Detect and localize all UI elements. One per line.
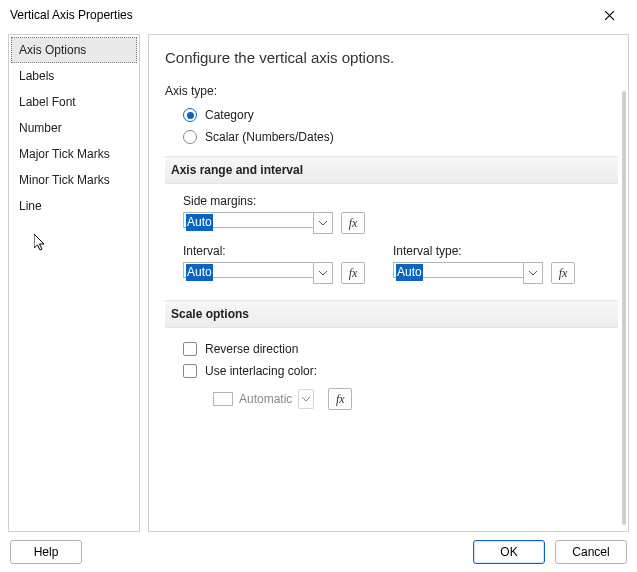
scrollbar[interactable]: [622, 91, 626, 525]
interval-dropdown[interactable]: [313, 262, 333, 284]
cancel-button[interactable]: Cancel: [555, 540, 627, 564]
checkbox-reverse-direction[interactable]: Reverse direction: [165, 338, 618, 360]
sidebar-item-label: Number: [19, 121, 62, 135]
sidebar-item-label: Minor Tick Marks: [19, 173, 110, 187]
sidebar-item-line[interactable]: Line: [11, 193, 137, 219]
window-title: Vertical Axis Properties: [10, 8, 133, 22]
checkbox-icon: [183, 364, 197, 378]
side-margins-label: Side margins:: [183, 194, 618, 208]
fx-button-interlace-color[interactable]: fx: [328, 388, 352, 410]
sidebar-item-number[interactable]: Number: [11, 115, 137, 141]
radio-icon: [183, 108, 197, 122]
sidebar-item-label: Axis Options: [19, 43, 86, 57]
fx-button-interval-type[interactable]: fx: [551, 262, 575, 284]
main-panel: Configure the vertical axis options. Axi…: [148, 34, 629, 532]
interlace-color-picker: Automatic fx: [165, 382, 618, 414]
axis-type-label: Axis type:: [165, 84, 618, 98]
side-margins-input[interactable]: [183, 212, 313, 228]
radio-icon: [183, 130, 197, 144]
radio-category[interactable]: Category: [165, 104, 618, 126]
interval-type-label: Interval type:: [393, 244, 575, 258]
section-scale-options: Scale options: [165, 300, 618, 328]
sidebar-item-label: Labels: [19, 69, 54, 83]
ok-button[interactable]: OK: [473, 540, 545, 564]
chevron-down-icon: [319, 271, 327, 276]
sidebar-item-label: Major Tick Marks: [19, 147, 110, 161]
checkbox-label: Use interlacing color:: [205, 364, 317, 378]
chevron-down-icon: [319, 221, 327, 226]
radio-scalar[interactable]: Scalar (Numbers/Dates): [165, 126, 618, 148]
interval-type-input[interactable]: [393, 262, 523, 278]
sidebar: Axis Options Labels Label Font Number Ma…: [8, 34, 140, 532]
fx-button-interval[interactable]: fx: [341, 262, 365, 284]
interval-type-combo[interactable]: Auto: [393, 262, 543, 284]
sidebar-item-axis-options[interactable]: Axis Options: [11, 37, 137, 63]
interval-input[interactable]: [183, 262, 313, 278]
titlebar: Vertical Axis Properties: [0, 0, 637, 30]
page-title: Configure the vertical axis options.: [165, 49, 618, 66]
interlace-color-label: Automatic: [239, 392, 292, 406]
checkbox-interlacing-color[interactable]: Use interlacing color:: [165, 360, 618, 382]
side-margins-dropdown[interactable]: [313, 212, 333, 234]
color-swatch[interactable]: [213, 392, 233, 406]
sidebar-item-label-font[interactable]: Label Font: [11, 89, 137, 115]
chevron-down-icon: [529, 271, 537, 276]
dialog-window: Vertical Axis Properties Axis Options La…: [0, 0, 637, 572]
dialog-body: Axis Options Labels Label Font Number Ma…: [0, 30, 637, 534]
interlace-color-dropdown[interactable]: [298, 389, 314, 409]
interval-type-dropdown[interactable]: [523, 262, 543, 284]
side-margins-combo[interactable]: Auto: [183, 212, 333, 234]
sidebar-item-label: Line: [19, 199, 42, 213]
checkbox-icon: [183, 342, 197, 356]
close-icon: [604, 10, 615, 21]
help-button[interactable]: Help: [10, 540, 82, 564]
chevron-down-icon: [302, 397, 310, 402]
fx-button-side-margins[interactable]: fx: [341, 212, 365, 234]
sidebar-item-labels[interactable]: Labels: [11, 63, 137, 89]
interval-combo[interactable]: Auto: [183, 262, 333, 284]
close-button[interactable]: [591, 1, 627, 29]
sidebar-item-label: Label Font: [19, 95, 76, 109]
section-axis-range: Axis range and interval: [165, 156, 618, 184]
radio-label: Category: [205, 108, 254, 122]
checkbox-label: Reverse direction: [205, 342, 298, 356]
sidebar-item-minor-tick-marks[interactable]: Minor Tick Marks: [11, 167, 137, 193]
radio-label: Scalar (Numbers/Dates): [205, 130, 334, 144]
dialog-footer: Help OK Cancel: [0, 534, 637, 572]
interval-label: Interval:: [183, 244, 365, 258]
sidebar-item-major-tick-marks[interactable]: Major Tick Marks: [11, 141, 137, 167]
